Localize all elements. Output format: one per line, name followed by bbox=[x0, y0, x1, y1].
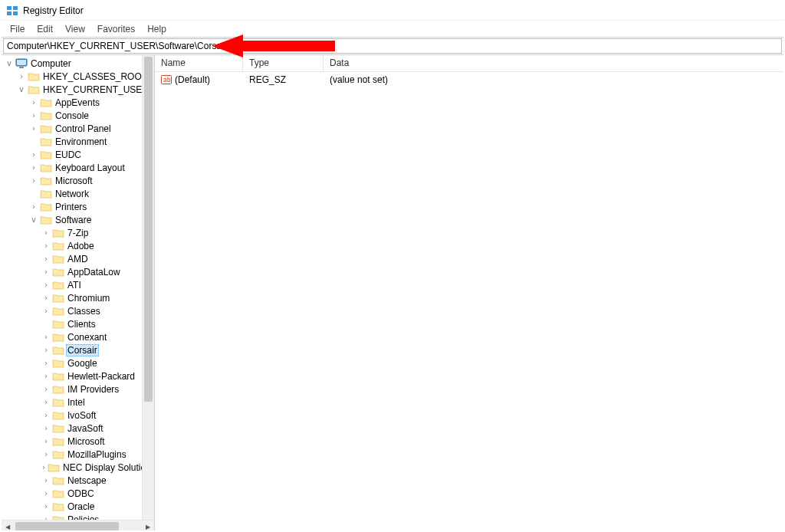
expand-icon[interactable]: › bbox=[41, 372, 51, 380]
menu-edit[interactable]: Edit bbox=[31, 22, 59, 36]
expand-icon[interactable]: › bbox=[41, 268, 51, 276]
tree-node-environment[interactable]: ·Environment bbox=[2, 135, 154, 148]
scrollbar-thumb[interactable] bbox=[144, 57, 153, 402]
expand-icon[interactable]: › bbox=[41, 307, 51, 315]
tree-node-improviders[interactable]: ›IM Providers bbox=[2, 383, 154, 396]
tree-node-adobe[interactable]: ›Adobe bbox=[2, 239, 154, 252]
scroll-right-icon[interactable]: ▶ bbox=[142, 521, 154, 532]
tree-node-eudc[interactable]: ›EUDC bbox=[2, 148, 154, 161]
tree-node-clients[interactable]: ·Clients bbox=[2, 317, 154, 330]
expand-icon[interactable]: › bbox=[41, 463, 46, 471]
folder-icon bbox=[52, 514, 64, 521]
expand-icon[interactable]: › bbox=[41, 437, 51, 445]
tree-node-microsoft2[interactable]: ›Microsoft bbox=[2, 435, 154, 448]
tree-node-microsoft[interactable]: ›Microsoft bbox=[2, 174, 154, 187]
tree-node-corsair[interactable]: ›Corsair bbox=[2, 343, 154, 356]
tree-node-classes[interactable]: ›Classes bbox=[2, 304, 154, 317]
menu-file[interactable]: File bbox=[4, 22, 31, 36]
expand-icon[interactable]: › bbox=[41, 294, 51, 302]
folder-icon bbox=[52, 332, 64, 343]
expand-icon[interactable]: › bbox=[41, 346, 51, 354]
tree-node-console[interactable]: ›Console bbox=[2, 109, 154, 122]
expand-icon[interactable]: › bbox=[41, 385, 51, 393]
tree-node-hkcr[interactable]: › HKEY_CLASSES_ROOT bbox=[2, 70, 154, 83]
expand-icon[interactable]: › bbox=[29, 98, 38, 107]
folder-icon bbox=[52, 319, 64, 330]
expand-icon[interactable]: › bbox=[41, 424, 51, 432]
tree-node-appevents[interactable]: ›AppEvents bbox=[2, 96, 154, 109]
column-header-type[interactable]: Type bbox=[243, 55, 324, 71]
tree-node-7zip[interactable]: ›7-Zip bbox=[2, 226, 154, 239]
expand-icon[interactable]: › bbox=[29, 124, 38, 133]
tree-node-amd[interactable]: ›AMD bbox=[2, 252, 154, 265]
tree-node-google[interactable]: ›Google bbox=[2, 356, 154, 369]
tree-node-hp[interactable]: ›Hewlett-Packard bbox=[2, 369, 154, 383]
tree-node-javasoft[interactable]: ›JavaSoft bbox=[2, 422, 154, 435]
tree-label: ODBC bbox=[66, 488, 96, 499]
tree-label: IvoSoft bbox=[66, 410, 97, 421]
tree-node-controlpanel[interactable]: ›Control Panel bbox=[2, 122, 154, 135]
tree-horizontal-scrollbar[interactable]: ◀ ▶ bbox=[2, 520, 154, 532]
tree-pane: v Computer › HKEY_CLASSES_ROOT v HKEY_CU… bbox=[2, 55, 155, 532]
expand-icon[interactable]: › bbox=[17, 72, 26, 80]
expand-icon[interactable]: › bbox=[41, 489, 51, 498]
folder-icon bbox=[52, 423, 64, 434]
tree-node-mozillaplugins[interactable]: ›MozillaPlugins bbox=[2, 448, 154, 461]
tree-node-odbc[interactable]: ›ODBC bbox=[2, 487, 154, 500]
svg-rect-6 bbox=[17, 60, 26, 65]
expand-icon[interactable]: › bbox=[41, 255, 51, 263]
menu-favorites[interactable]: Favorites bbox=[91, 22, 141, 36]
addressbar-container: Computer\HKEY_CURRENT_USER\Software\Cors… bbox=[2, 37, 783, 55]
expand-icon[interactable]: › bbox=[41, 398, 51, 406]
expand-icon[interactable]: › bbox=[41, 411, 51, 419]
tree-node-printers[interactable]: ›Printers bbox=[2, 200, 154, 213]
expand-icon[interactable]: v bbox=[17, 85, 26, 94]
menu-help[interactable]: Help bbox=[141, 22, 172, 36]
tree-label: Netscape bbox=[66, 475, 108, 486]
tree-label: Classes bbox=[66, 306, 102, 317]
expand-icon[interactable]: › bbox=[41, 241, 51, 250]
expand-icon[interactable]: › bbox=[41, 228, 51, 237]
tree-node-ati[interactable]: ›ATI bbox=[2, 278, 154, 291]
expand-icon[interactable]: › bbox=[29, 111, 38, 120]
expand-icon[interactable]: › bbox=[41, 476, 51, 484]
expand-icon[interactable]: › bbox=[41, 333, 51, 341]
value-row[interactable]: ab (Default) REG_SZ (value not set) bbox=[155, 72, 783, 86]
tree-node-software[interactable]: vSoftware bbox=[2, 213, 154, 226]
svg-rect-3 bbox=[13, 11, 18, 15]
expand-icon[interactable]: v bbox=[29, 215, 38, 224]
scroll-left-icon[interactable]: ◀ bbox=[2, 521, 14, 532]
tree-node-policies[interactable]: ›Policies bbox=[2, 513, 154, 520]
folder-icon bbox=[52, 306, 64, 317]
tree-node-network[interactable]: ·Network bbox=[2, 187, 154, 200]
expand-icon[interactable]: › bbox=[41, 281, 51, 289]
tree-node-chromium[interactable]: ›Chromium bbox=[2, 291, 154, 304]
expand-icon[interactable]: v bbox=[5, 59, 14, 67]
expand-icon[interactable]: › bbox=[41, 450, 51, 458]
folder-icon bbox=[40, 123, 52, 134]
tree-node-hkcu[interactable]: v HKEY_CURRENT_USER bbox=[2, 83, 154, 96]
expand-icon[interactable]: › bbox=[29, 163, 38, 172]
expand-icon[interactable]: › bbox=[29, 176, 38, 185]
tree-node-appdatalow[interactable]: ›AppDataLow bbox=[2, 265, 154, 278]
tree-node-nec[interactable]: ›NEC Display Solutions bbox=[2, 461, 154, 474]
tree-node-ivosoft[interactable]: ›IvoSoft bbox=[2, 409, 154, 422]
folder-icon bbox=[52, 475, 64, 486]
column-header-data[interactable]: Data bbox=[324, 55, 783, 71]
address-bar[interactable]: Computer\HKEY_CURRENT_USER\Software\Cors… bbox=[3, 38, 782, 54]
tree-label: Oracle bbox=[66, 501, 96, 512]
column-header-name[interactable]: Name bbox=[155, 55, 243, 71]
tree-node-oracle[interactable]: ›Oracle bbox=[2, 500, 154, 513]
tree-node-netscape[interactable]: ›Netscape bbox=[2, 474, 154, 487]
expand-icon[interactable]: › bbox=[29, 150, 38, 159]
tree-node-intel[interactable]: ›Intel bbox=[2, 396, 154, 409]
tree-node-keyboard[interactable]: ›Keyboard Layout bbox=[2, 161, 154, 174]
menu-view[interactable]: View bbox=[59, 22, 91, 36]
tree-node-computer[interactable]: v Computer bbox=[2, 57, 154, 70]
expand-icon[interactable]: › bbox=[41, 502, 51, 511]
expand-icon[interactable]: › bbox=[29, 202, 38, 211]
tree-vertical-scrollbar[interactable] bbox=[142, 55, 154, 520]
scrollbar-thumb[interactable] bbox=[15, 522, 119, 530]
tree-node-conexant[interactable]: ›Conexant bbox=[2, 330, 154, 343]
expand-icon[interactable]: › bbox=[41, 359, 51, 367]
